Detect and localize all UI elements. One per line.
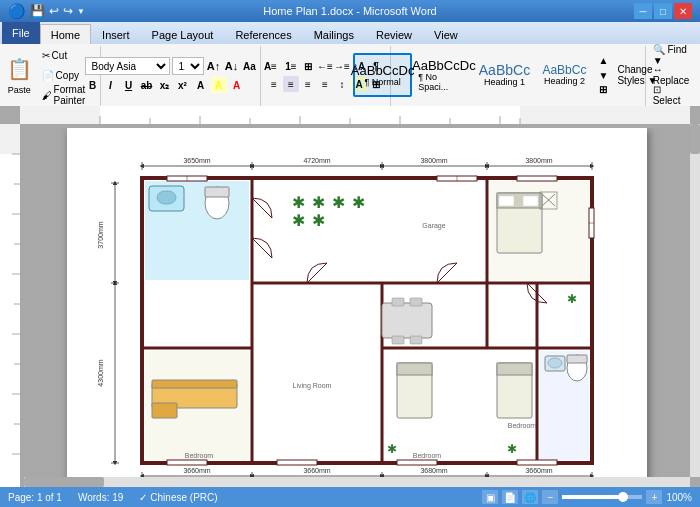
svg-rect-89 — [152, 403, 177, 418]
scrollbar-vertical[interactable] — [690, 124, 700, 477]
svg-rect-95 — [497, 363, 532, 375]
undo-btn[interactable]: ↩ — [48, 3, 60, 19]
title-bar: 🔵 💾 ↩ ↪ ▼ Home Plan 1.docx - Microsoft W… — [0, 0, 700, 22]
text-highlight-btn[interactable]: A — [211, 77, 227, 93]
bold-btn[interactable]: B — [85, 77, 101, 93]
svg-text:Garage: Garage — [422, 222, 445, 230]
select-btn[interactable]: ⊡ Select — [649, 86, 694, 104]
tab-insert[interactable]: Insert — [91, 24, 141, 44]
change-case-btn[interactable]: Aa — [242, 58, 258, 74]
document-page[interactable]: 3650mm 4720mm 3800mm 3800mm 3700mm 4300m… — [67, 128, 647, 477]
line-spacing-btn[interactable]: ↕ — [334, 76, 350, 92]
scrollbar-thumb-h[interactable] — [24, 477, 104, 487]
tab-mailings[interactable]: Mailings — [303, 24, 365, 44]
paste-label: Paste — [8, 85, 31, 95]
style-normal[interactable]: AaBbCcDc ¶ Normal — [353, 53, 412, 97]
styles-scroll-down[interactable]: ▼ — [595, 68, 611, 83]
scrollbar-horizontal[interactable] — [24, 477, 690, 487]
italic-btn[interactable]: I — [103, 77, 119, 93]
scrollbar-thumb-v[interactable] — [690, 124, 700, 154]
tab-file[interactable]: File — [2, 22, 40, 44]
styles-scroll-up[interactable]: ▲ — [595, 53, 611, 68]
close-btn[interactable]: ✕ — [674, 3, 692, 19]
svg-text:3680mm: 3680mm — [420, 467, 447, 474]
svg-line-57 — [252, 198, 272, 218]
style-heading1[interactable]: AaBbCc Heading 1 — [475, 53, 533, 97]
svg-rect-86 — [410, 336, 422, 344]
font-family-select[interactable]: Body Asia — [85, 57, 170, 75]
align-left-btn[interactable]: ≡ — [266, 76, 282, 92]
superscript-btn[interactable]: x² — [175, 77, 191, 93]
minimize-btn[interactable]: ─ — [634, 3, 652, 19]
zoom-slider[interactable] — [562, 495, 642, 499]
svg-line-58 — [252, 238, 272, 258]
align-center-btn[interactable]: ≡ — [283, 76, 299, 92]
replace-btn[interactable]: ↔ Replace — [649, 66, 694, 84]
zoom-level[interactable]: 100% — [666, 492, 692, 503]
svg-text:3700mm: 3700mm — [97, 221, 104, 248]
svg-text:4300mm: 4300mm — [97, 359, 104, 386]
view-reading-btn[interactable]: 📄 — [502, 490, 518, 504]
view-web-btn[interactable]: 🌐 — [522, 490, 538, 504]
justify-btn[interactable]: ≡ — [317, 76, 333, 92]
font-row-2: B I U ab x₂ x² A A A — [85, 77, 276, 93]
zoom-in-btn[interactable]: + — [646, 490, 662, 504]
page-wrapper: 3650mm 4720mm 3800mm 3800mm 3700mm 4300m… — [24, 128, 690, 477]
increase-indent-btn[interactable]: →≡ — [334, 58, 350, 74]
svg-rect-13 — [0, 154, 20, 487]
svg-rect-71 — [397, 460, 437, 465]
multilevel-btn[interactable]: ⊞ — [300, 58, 316, 74]
font-size-select[interactable]: 11 — [172, 57, 204, 75]
zoom-thumb — [618, 492, 628, 502]
svg-text:3800mm: 3800mm — [525, 157, 552, 164]
tab-home[interactable]: Home — [40, 24, 91, 44]
qat-dropdown[interactable]: ▼ — [76, 6, 86, 17]
svg-text:✱: ✱ — [292, 212, 305, 229]
zoom-slider-fill — [562, 495, 618, 499]
style-h1-label: Heading 1 — [484, 77, 525, 87]
subscript-btn[interactable]: x₂ — [157, 77, 173, 93]
save-btn[interactable]: 💾 — [29, 3, 46, 19]
svg-rect-66 — [517, 176, 557, 181]
maximize-btn[interactable]: □ — [654, 3, 672, 19]
styles-expand[interactable]: ⊞ — [595, 82, 611, 97]
svg-text:✱: ✱ — [387, 442, 397, 456]
tab-review[interactable]: Review — [365, 24, 423, 44]
word-count: Words: 19 — [78, 492, 123, 503]
style-heading2[interactable]: AaBbCc Heading 2 — [535, 53, 593, 97]
strikethrough-btn[interactable]: ab — [139, 77, 155, 93]
numbering-btn[interactable]: 1≡ — [283, 58, 299, 74]
svg-rect-99 — [157, 191, 176, 204]
redo-btn[interactable]: ↪ — [62, 3, 74, 19]
tab-references[interactable]: References — [224, 24, 302, 44]
styles-content: AaBbCcDc ¶ Normal AaBbCcDc ¶ No Spaci...… — [353, 46, 683, 104]
svg-rect-1 — [100, 106, 520, 124]
svg-text:✱: ✱ — [292, 194, 305, 211]
underline-btn[interactable]: U — [121, 77, 137, 93]
style-no-spacing[interactable]: AaBbCcDc ¶ No Spaci... — [414, 53, 473, 97]
paste-button[interactable]: 📋 Paste — [3, 50, 36, 100]
view-normal-btn[interactable]: ▣ — [482, 490, 498, 504]
svg-text:Bedroom: Bedroom — [413, 452, 442, 459]
window-controls: ─ □ ✕ — [634, 3, 692, 19]
spelling-icon[interactable]: ✓ — [139, 492, 147, 503]
language-indicator: ✓ Chinese (PRC) — [139, 492, 217, 503]
bullets-btn[interactable]: ≡ — [266, 58, 282, 74]
align-right-btn[interactable]: ≡ — [300, 76, 316, 92]
tab-view[interactable]: View — [423, 24, 469, 44]
find-btn[interactable]: 🔍 Find ▼ — [649, 46, 694, 64]
svg-rect-72 — [517, 460, 557, 465]
font-color-btn[interactable]: A — [229, 77, 245, 93]
tab-page-layout[interactable]: Page Layout — [141, 24, 225, 44]
style-h2-preview: AaBbCc — [542, 64, 586, 76]
text-effect-btn[interactable]: A — [193, 77, 209, 93]
document-area: 3650mm 4720mm 3800mm 3800mm 3700mm 4300m… — [0, 106, 700, 487]
style-h1-preview: AaBbCc — [479, 63, 530, 77]
svg-rect-84 — [410, 298, 422, 306]
svg-line-59 — [307, 263, 327, 283]
shrink-font-btn[interactable]: A↓ — [224, 58, 240, 74]
ruler-vertical — [0, 124, 20, 487]
decrease-indent-btn[interactable]: ←≡ — [317, 58, 333, 74]
zoom-out-btn[interactable]: − — [542, 490, 558, 504]
grow-font-btn[interactable]: A↑ — [206, 58, 222, 74]
